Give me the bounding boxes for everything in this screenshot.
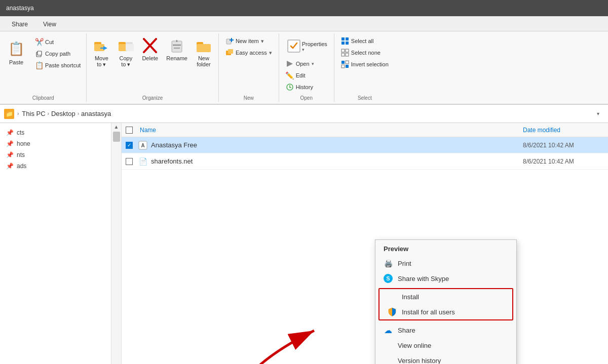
new-group-buttons: New item ▾ Easy access ▾: [222, 35, 276, 65]
sidebar-item-nts[interactable]: 📌 nts: [0, 149, 111, 160]
context-menu-print[interactable]: 🖨️ Print: [375, 256, 516, 271]
properties-label: Properties: [302, 41, 327, 47]
paste-icon: 📋: [7, 38, 26, 59]
history-button[interactable]: History: [282, 82, 331, 93]
move-to-label: Moveto ▾: [95, 55, 108, 68]
header-checkbox[interactable]: [126, 127, 133, 134]
select-all-label: Select all: [351, 38, 374, 44]
file-header-date[interactable]: Date modified: [523, 127, 604, 134]
organize-group: Moveto ▾ Copyto ▾ Delete: [87, 33, 219, 102]
address-part-desktop[interactable]: Desktop: [51, 110, 75, 117]
copy-path-button[interactable]: Copy path: [31, 48, 84, 59]
new-folder-label: Newfolder: [197, 55, 211, 67]
sidebar-item-hone-label: hone: [17, 140, 30, 147]
easy-access-button[interactable]: Easy access ▾: [222, 47, 276, 58]
invert-selection-label: Invert selection: [351, 61, 389, 67]
select-all-button[interactable]: Select all: [337, 35, 392, 47]
print-icon: 🖨️: [384, 259, 393, 268]
sidebar-item-cts[interactable]: 📌 cts: [0, 127, 111, 138]
context-menu-version-history[interactable]: Version history: [375, 353, 516, 364]
rename-button[interactable]: Rename: [163, 35, 191, 93]
move-to-button[interactable]: Moveto ▾: [90, 35, 113, 93]
new-group: New item ▾ Easy access ▾ New: [219, 33, 279, 102]
share-label: Share: [398, 327, 415, 334]
paste-button[interactable]: 📋 Paste: [2, 35, 30, 93]
scroll-up-arrow[interactable]: ▲: [114, 124, 119, 130]
new-label: New: [219, 95, 279, 101]
file-checkbox-2[interactable]: [126, 158, 133, 165]
move-to-icon: [93, 38, 109, 54]
new-folder-button[interactable]: Newfolder: [192, 35, 215, 93]
history-label: History: [296, 84, 313, 90]
scroll-thumb[interactable]: [113, 132, 120, 142]
sidebar-item-cts-label: cts: [17, 129, 24, 136]
address-part-anastasya[interactable]: anastasya: [81, 110, 111, 117]
window-title: anastasya: [6, 5, 34, 12]
sidebar-item-ads-icon: 📌: [6, 163, 14, 170]
svg-rect-11: [172, 41, 182, 52]
address-part-thispc[interactable]: This PC: [22, 110, 45, 117]
view-online-label: View online: [398, 342, 431, 349]
copy-to-button[interactable]: Copyto ▾: [114, 35, 137, 93]
easy-access-icon: [225, 49, 234, 57]
ribbon: 📋 Paste ✂️ Cut Copy path 📋 Paste shortcu…: [0, 31, 608, 105]
copy-path-label: Copy path: [45, 51, 70, 57]
context-menu-share-skype[interactable]: S Share with Skype: [375, 271, 516, 286]
context-menu-share[interactable]: ☁ Share: [375, 322, 516, 338]
open-label-group: Open: [279, 95, 334, 101]
copy-to-icon: [118, 38, 134, 54]
address-dropdown-button[interactable]: ▾: [592, 108, 604, 120]
delete-icon: [142, 38, 158, 54]
sidebar-item-cts-icon: 📌: [6, 129, 14, 136]
title-bar: anastasya: [0, 0, 608, 16]
table-row[interactable]: ✓ A Anastasya Free 8/6/2021 10:42 AM: [122, 137, 608, 153]
cut-button[interactable]: ✂️ Cut: [31, 36, 84, 48]
file-list-header: Name Date modified: [122, 123, 608, 137]
select-label: Select: [334, 95, 395, 101]
select-none-label: Select none: [351, 50, 381, 56]
context-menu-view-online[interactable]: View online: [375, 338, 516, 353]
scroll-area: ▲ ▼ ≡: [111, 123, 122, 364]
select-all-icon: [341, 37, 349, 45]
file-name-2: sharefonts.net: [151, 157, 523, 165]
new-item-label: New item: [236, 38, 259, 44]
copy-path-icon: [35, 50, 43, 58]
properties-button[interactable]: Properties ▾: [282, 35, 331, 58]
easy-access-label: Easy access: [236, 50, 267, 56]
svg-rect-31: [346, 53, 349, 56]
file-date-2: 8/6/2021 10:42 AM: [523, 158, 604, 165]
shield-icon: [388, 307, 397, 316]
svg-rect-26: [341, 42, 345, 45]
paste-shortcut-button[interactable]: 📋 Paste shortcut: [31, 60, 84, 71]
main-container: 📌 cts 📌 hone 📌 nts 📌 ads ▲ ▼ ≡ Name D: [0, 123, 608, 364]
edit-button[interactable]: ✏️ Edit: [282, 70, 331, 81]
sidebar-item-ads-label: ads: [17, 163, 26, 170]
version-history-label: Version history: [398, 357, 441, 365]
sidebar-item-hone[interactable]: 📌 hone: [0, 138, 111, 149]
table-row[interactable]: 📄 sharefonts.net 8/6/2021 10:42 AM: [122, 153, 608, 170]
svg-rect-30: [341, 53, 345, 56]
file-check-1[interactable]: ✓: [126, 142, 136, 149]
address-folder-icon: 📁: [4, 109, 14, 119]
version-history-icon: [384, 356, 393, 364]
tab-view[interactable]: View: [35, 17, 64, 31]
edit-label: Edit: [296, 72, 306, 78]
delete-button[interactable]: Delete: [138, 35, 162, 93]
sidebar-item-nts-icon: 📌: [6, 151, 14, 158]
open-button[interactable]: Open ▾: [282, 58, 331, 69]
address-path[interactable]: This PC › Desktop › anastasya: [22, 110, 589, 117]
select-none-button[interactable]: Select none: [337, 47, 392, 58]
context-menu-install[interactable]: Install: [379, 289, 512, 304]
tab-share[interactable]: Share: [4, 17, 35, 31]
new-item-button[interactable]: New item ▾: [222, 35, 268, 47]
organize-label: Organize: [87, 95, 218, 101]
file-checkbox-1[interactable]: ✓: [126, 142, 133, 149]
file-header-name[interactable]: Name: [138, 127, 523, 134]
cut-icon: ✂️: [35, 38, 43, 46]
install-icon: [388, 292, 397, 301]
install-all-label: Install for all users: [402, 308, 455, 316]
file-check-2[interactable]: [126, 158, 136, 165]
invert-selection-button[interactable]: Invert selection: [337, 59, 392, 70]
sidebar-item-ads[interactable]: 📌 ads: [0, 160, 111, 172]
context-menu-install-all[interactable]: Install for all users: [379, 304, 512, 319]
